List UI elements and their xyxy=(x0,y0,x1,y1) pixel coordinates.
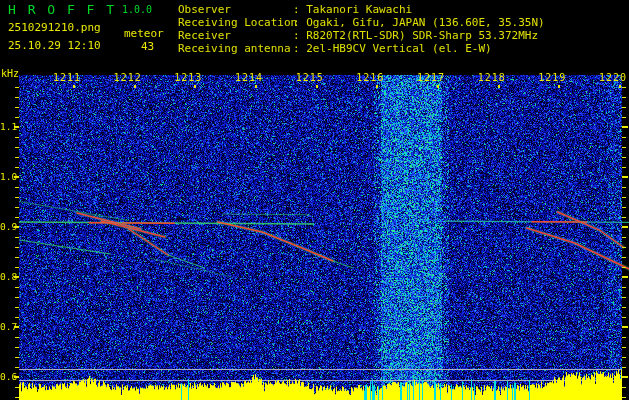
time-tick-label: 1220 xyxy=(599,72,627,83)
time-tick-label: 1215 xyxy=(296,72,324,83)
freq-tick-label: 0.7 xyxy=(0,321,16,332)
info-label: Receiver xyxy=(178,29,293,42)
output-filename: 2510291210.png xyxy=(8,21,101,34)
info-label: Receiving Location xyxy=(178,16,293,29)
echo-count: 43 xyxy=(141,40,154,53)
time-tick-label: 1218 xyxy=(478,72,506,83)
freq-tick-label: 1.1 xyxy=(0,121,16,132)
time-tick-label: 1219 xyxy=(538,72,566,83)
freq-axis-unit: kHz xyxy=(1,68,19,79)
info-row-observer: Observer: Takanori Kawachi xyxy=(178,3,545,16)
info-row-receiver: Receiver: R820T2(RTL-SDR) SDR-Sharp 53.3… xyxy=(178,29,545,42)
app-title: H R O F F T xyxy=(8,2,116,17)
app-version: 1.0.0 xyxy=(122,4,152,15)
info-row-location: Receiving Location: Ogaki, Gifu, JAPAN (… xyxy=(178,16,545,29)
time-tick-label: 1213 xyxy=(174,72,202,83)
info-value: : 2el-HB9CV Vertical (el. E-W) xyxy=(293,42,492,55)
time-tick-label: 1211 xyxy=(53,72,81,83)
info-value: : R820T2(RTL-SDR) SDR-Sharp 53.372MHz xyxy=(293,29,538,42)
info-row-antenna: Receiving antenna: 2el-HB9CV Vertical (e… xyxy=(178,42,545,55)
spectrogram-canvas xyxy=(0,0,629,400)
hrofft-window: H R O F F T 1.0.0 2510291210.png meteor … xyxy=(0,0,629,400)
info-label: Receiving antenna xyxy=(178,42,293,55)
freq-tick-label: 0.8 xyxy=(0,271,16,282)
mode-label: meteor xyxy=(124,27,164,40)
station-info: Observer: Takanori Kawachi Receiving Loc… xyxy=(178,3,545,55)
time-tick-label: 1217 xyxy=(417,72,445,83)
time-tick-label: 1216 xyxy=(356,72,384,83)
info-label: Observer xyxy=(178,3,293,16)
time-tick-label: 1214 xyxy=(235,72,263,83)
freq-tick-label: 0.9 xyxy=(0,221,16,232)
info-value: : Ogaki, Gifu, JAPAN (136.60E, 35.35N) xyxy=(293,16,545,29)
datetime-label: 25.10.29 12:10 xyxy=(8,39,101,52)
freq-tick-label: 1.0 xyxy=(0,171,16,182)
time-tick-label: 1212 xyxy=(114,72,142,83)
freq-tick-label: 0.6 xyxy=(0,371,16,382)
info-value: : Takanori Kawachi xyxy=(293,3,412,16)
